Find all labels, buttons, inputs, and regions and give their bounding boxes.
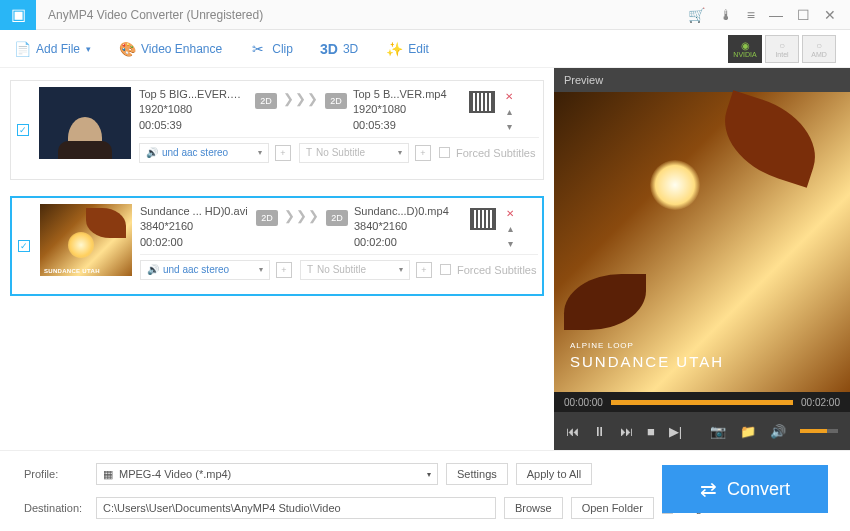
titlebar: ▣ AnyMP4 Video Converter (Unregistered) … [0, 0, 850, 30]
2d-badge: 2D [256, 210, 278, 226]
file-thumbnail[interactable]: SUNDANCE UTAH [40, 204, 132, 276]
remove-file-button[interactable]: ✕ [506, 208, 514, 219]
preview-caption-small: ALPINE LOOP [570, 341, 634, 350]
hw-nvidia-badge[interactable]: ◉NVIDIA [728, 35, 762, 63]
audio-select[interactable]: 🔊 und aac stereo▾ [139, 143, 269, 163]
audio-select[interactable]: 🔊 und aac stereo▾ [140, 260, 270, 280]
arrow-icon: ❯❯❯ [284, 208, 320, 223]
3d-label: 3D [343, 42, 358, 56]
pause-button[interactable]: ⏸ [593, 424, 606, 439]
move-down-button[interactable]: ▾ [507, 121, 512, 132]
arrow-icon: ❯❯❯ [283, 91, 319, 106]
preview-pane: Preview ALPINE LOOP SUNDANCE UTAH 00:00:… [554, 68, 850, 450]
format-icon: ▦ [103, 468, 113, 481]
maximize-icon[interactable]: ☐ [797, 7, 810, 23]
clip-label: Clip [272, 42, 293, 56]
file-card[interactable]: ✓ Top 5 BIG...EVER.MP4 1920*1080 00:05:3… [10, 80, 544, 180]
time-total: 00:02:00 [801, 397, 840, 408]
preview-label: Preview [554, 68, 850, 92]
cart-icon[interactable]: 🛒 [688, 7, 705, 23]
audio-add-button[interactable]: + [275, 145, 291, 161]
chevron-down-icon: ▾ [86, 44, 91, 54]
edit-button[interactable]: ✨ Edit [386, 41, 429, 57]
add-file-label: Add File [36, 42, 80, 56]
volume-slider[interactable] [800, 429, 838, 433]
source-info: Top 5 BIG...EVER.MP4 1920*1080 00:05:39 [139, 87, 249, 133]
file-list-pane: ✓ Top 5 BIG...EVER.MP4 1920*1080 00:05:3… [0, 68, 554, 450]
forced-subtitles-label: Forced Subtitles [457, 264, 536, 276]
forced-subtitles-label: Forced Subtitles [456, 147, 535, 159]
3d-icon: 3D [321, 41, 337, 57]
file-checkbox[interactable]: ✓ [17, 124, 29, 136]
format-icon[interactable] [469, 91, 495, 113]
apply-all-button[interactable]: Apply to All [516, 463, 592, 485]
format-icon[interactable] [470, 208, 496, 230]
2d-badge: 2D [325, 93, 347, 109]
subtitle-add-button[interactable]: + [416, 262, 432, 278]
audio-add-button[interactable]: + [276, 262, 292, 278]
enhance-label: Video Enhance [141, 42, 222, 56]
snapshot-button[interactable]: 📷 [710, 424, 726, 439]
source-info: Sundance ... HD)0.avi 3840*2160 00:02:00 [140, 204, 250, 250]
volume-icon[interactable]: 🔊 [770, 424, 786, 439]
2d-badge: 2D [255, 93, 277, 109]
subtitle-add-button[interactable]: + [415, 145, 431, 161]
speaker-icon: 🔊 [146, 147, 158, 158]
text-icon: T [306, 147, 312, 158]
stop-button[interactable]: ■ [647, 424, 655, 439]
scrub-bar-row: 00:00:00 00:02:00 [554, 392, 850, 412]
toolbar: 📄 Add File ▾ 🎨 Video Enhance ✂ Clip 3D 3… [0, 30, 850, 68]
remove-file-button[interactable]: ✕ [505, 91, 513, 102]
convert-button[interactable]: ⇄ Convert [662, 465, 828, 513]
profile-label: Profile: [24, 468, 88, 480]
scissors-icon: ✂ [250, 41, 266, 57]
preview-viewport[interactable]: ALPINE LOOP SUNDANCE UTAH [554, 92, 850, 392]
file-thumbnail[interactable] [39, 87, 131, 159]
subtitle-select[interactable]: T No Subtitle▾ [300, 260, 410, 280]
time-current: 00:00:00 [564, 397, 603, 408]
convert-icon: ⇄ [700, 477, 717, 501]
close-icon[interactable]: ✕ [824, 7, 836, 23]
subtitle-select[interactable]: T No Subtitle▾ [299, 143, 409, 163]
menu-icon[interactable]: ≡ [747, 7, 755, 23]
settings-button[interactable]: Settings [446, 463, 508, 485]
step-button[interactable]: ▶| [669, 424, 682, 439]
clip-button[interactable]: ✂ Clip [250, 41, 293, 57]
next-frame-button[interactable]: ⏭ [620, 424, 633, 439]
forced-subtitles-checkbox[interactable] [439, 147, 450, 158]
prev-button[interactable]: ⏮ [566, 424, 579, 439]
browse-button[interactable]: Browse [504, 497, 563, 519]
move-up-button[interactable]: ▴ [507, 106, 512, 117]
video-enhance-button[interactable]: 🎨 Video Enhance [119, 41, 222, 57]
hw-intel-badge[interactable]: ○Intel [765, 35, 799, 63]
move-up-button[interactable]: ▴ [508, 223, 513, 234]
edit-label: Edit [408, 42, 429, 56]
enhance-icon: 🎨 [119, 41, 135, 57]
app-logo: ▣ [0, 0, 36, 30]
destination-input[interactable]: C:\Users\User\Documents\AnyMP4 Studio\Vi… [96, 497, 496, 519]
file-card[interactable]: ✓ SUNDANCE UTAH Sundance ... HD)0.avi 38… [10, 196, 544, 296]
3d-button[interactable]: 3D 3D [321, 41, 358, 57]
destination-label: Destination: [24, 502, 88, 514]
profile-select[interactable]: ▦ MPEG-4 Video (*.mp4) ▾ [96, 463, 438, 485]
open-folder-button[interactable]: Open Folder [571, 497, 654, 519]
window-title: AnyMP4 Video Converter (Unregistered) [48, 8, 263, 22]
key-icon[interactable]: 🌡 [719, 7, 733, 23]
dest-info: Top 5 B...VER.mp4 1920*1080 00:05:39 [353, 87, 463, 133]
2d-badge: 2D [326, 210, 348, 226]
forced-subtitles-checkbox[interactable] [440, 264, 451, 275]
file-checkbox[interactable]: ✓ [18, 240, 30, 252]
add-file-button[interactable]: 📄 Add File ▾ [14, 41, 91, 57]
preview-caption-large: SUNDANCE UTAH [570, 353, 724, 370]
add-file-icon: 📄 [14, 41, 30, 57]
speaker-icon: 🔊 [147, 264, 159, 275]
move-down-button[interactable]: ▾ [508, 238, 513, 249]
text-icon: T [307, 264, 313, 275]
player-controls: ⏮ ⏸ ⏭ ■ ▶| 📷 📁 🔊 [554, 412, 850, 450]
wand-icon: ✨ [386, 41, 402, 57]
minimize-icon[interactable]: — [769, 7, 783, 23]
dest-info: Sundanc...D)0.mp4 3840*2160 00:02:00 [354, 204, 464, 250]
open-folder-button[interactable]: 📁 [740, 424, 756, 439]
hw-amd-badge[interactable]: ○AMD [802, 35, 836, 63]
scrub-bar[interactable] [611, 400, 793, 405]
